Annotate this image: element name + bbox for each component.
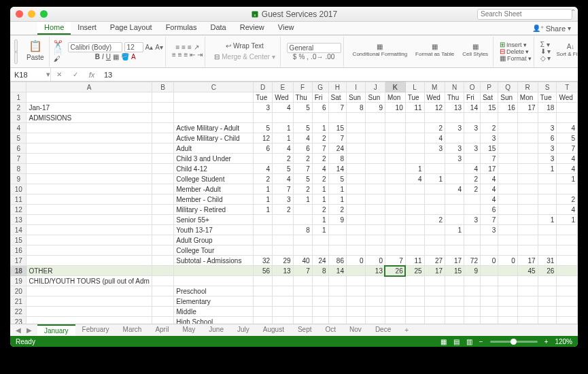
cell[interactable] xyxy=(385,174,405,184)
cell[interactable]: 3 xyxy=(445,123,464,133)
cell[interactable] xyxy=(517,235,538,245)
cell[interactable] xyxy=(328,317,346,324)
cell[interactable] xyxy=(293,113,312,123)
cell[interactable] xyxy=(480,276,498,286)
cell[interactable]: 17 xyxy=(424,266,445,276)
column-header-M[interactable]: M xyxy=(424,82,445,92)
cell[interactable] xyxy=(557,235,578,245)
cell[interactable] xyxy=(27,307,152,317)
cell[interactable] xyxy=(27,225,152,235)
cell[interactable] xyxy=(273,113,293,123)
cell[interactable] xyxy=(366,113,385,123)
row-header[interactable]: 17 xyxy=(11,256,27,266)
cell-styles-icon[interactable]: ▦ xyxy=(460,44,491,50)
insert-cells-button[interactable]: ⊞ Insert ▾ xyxy=(500,41,532,48)
cell[interactable]: 9 xyxy=(464,266,481,276)
cell[interactable]: Member -Adult xyxy=(174,184,254,194)
cell[interactable]: 8 xyxy=(346,103,366,113)
cell[interactable]: Sat xyxy=(480,92,498,103)
cell[interactable] xyxy=(152,194,173,205)
cell[interactable] xyxy=(424,184,445,194)
column-header-E[interactable]: E xyxy=(273,82,293,92)
row-header[interactable]: 16 xyxy=(11,245,27,256)
cell-styles-button[interactable]: Cell Styles xyxy=(460,50,491,59)
zoom-slider[interactable] xyxy=(490,341,538,343)
cell[interactable] xyxy=(445,174,464,184)
cell[interactable] xyxy=(445,307,464,317)
cell[interactable] xyxy=(480,317,498,324)
cell[interactable] xyxy=(385,225,405,235)
cell[interactable] xyxy=(366,307,385,317)
cell[interactable]: Tue xyxy=(405,92,424,103)
cell[interactable] xyxy=(312,276,328,286)
cell[interactable] xyxy=(480,307,498,317)
cell[interactable] xyxy=(152,164,173,174)
sheet-nav-next-button[interactable]: ▶ xyxy=(27,326,32,334)
cell[interactable]: 1 xyxy=(254,194,273,205)
undo-redo-group[interactable]: ‹ xyxy=(14,39,18,64)
cell[interactable]: 4 xyxy=(557,205,578,215)
cell[interactable] xyxy=(557,184,578,194)
cell[interactable] xyxy=(405,245,424,256)
cell[interactable] xyxy=(517,133,538,143)
cell[interactable]: 4 xyxy=(480,174,498,184)
cell[interactable] xyxy=(498,225,518,235)
cell[interactable] xyxy=(385,276,405,286)
cell[interactable]: 7 xyxy=(480,215,498,225)
comma-icon[interactable]: , xyxy=(307,54,309,61)
cell[interactable] xyxy=(464,276,481,286)
cell[interactable]: 56 xyxy=(254,266,273,276)
cell[interactable]: Middle xyxy=(174,307,254,317)
cell[interactable]: Tue xyxy=(538,92,557,103)
column-header-N[interactable]: N xyxy=(445,82,464,92)
cell[interactable]: 7 xyxy=(328,103,346,113)
cell[interactable]: 1 xyxy=(293,194,312,205)
cell[interactable] xyxy=(498,296,518,307)
autosum-icon[interactable]: Σ ▾ xyxy=(540,41,551,48)
cell[interactable] xyxy=(498,164,518,174)
row-header[interactable]: 5 xyxy=(11,133,27,143)
cell[interactable]: ADMISSIONS xyxy=(27,113,152,123)
cell[interactable]: 5 xyxy=(293,103,312,113)
cell[interactable] xyxy=(152,133,173,143)
cell[interactable] xyxy=(405,215,424,225)
cell[interactable]: 7 xyxy=(273,184,293,194)
cell[interactable]: 27 xyxy=(424,256,445,266)
cell[interactable]: 4 xyxy=(557,154,578,164)
cell[interactable]: 1 xyxy=(424,174,445,184)
tab-data[interactable]: Data xyxy=(203,21,232,35)
row-header[interactable]: 6 xyxy=(11,143,27,154)
cell[interactable]: 2 xyxy=(312,154,328,164)
cell[interactable] xyxy=(405,235,424,245)
row-header[interactable]: 8 xyxy=(11,164,27,174)
tab-view[interactable]: View xyxy=(271,21,301,35)
cell[interactable]: Youth 13-17 xyxy=(174,225,254,235)
cell[interactable] xyxy=(328,276,346,286)
sheet-tab-february[interactable]: February xyxy=(75,324,116,336)
cell[interactable]: Wed xyxy=(273,92,293,103)
cell[interactable] xyxy=(366,215,385,225)
row-header[interactable]: 21 xyxy=(11,296,27,307)
cell[interactable] xyxy=(254,225,273,235)
cell[interactable] xyxy=(27,245,152,256)
cell[interactable]: 29 xyxy=(273,256,293,266)
cell[interactable] xyxy=(366,235,385,245)
orientation-icon[interactable]: ↗ xyxy=(194,44,199,51)
cell[interactable]: 31 xyxy=(538,256,557,266)
cell[interactable] xyxy=(445,235,464,245)
sheet-tab-may[interactable]: May xyxy=(175,324,202,336)
cell[interactable]: 3 xyxy=(538,154,557,164)
cell[interactable]: 0 xyxy=(346,256,366,266)
cell[interactable]: 13 xyxy=(366,266,385,276)
cell[interactable] xyxy=(538,276,557,286)
fx-icon[interactable]: fx xyxy=(84,71,100,79)
cell[interactable] xyxy=(346,194,366,205)
cell[interactable] xyxy=(254,215,273,225)
cell[interactable]: 7 xyxy=(480,154,498,164)
cell[interactable] xyxy=(557,245,578,256)
cell[interactable]: 3 xyxy=(464,123,481,133)
cell[interactable]: 0 xyxy=(480,256,498,266)
cell[interactable]: 1 xyxy=(273,123,293,133)
cell[interactable]: 17 xyxy=(517,103,538,113)
cell[interactable] xyxy=(557,276,578,286)
